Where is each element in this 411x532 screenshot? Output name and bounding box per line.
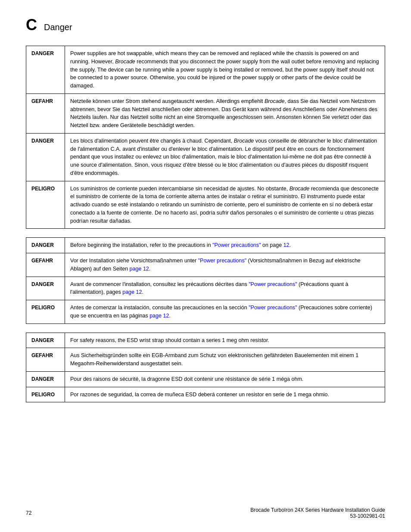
peligro-label: PELIGRO	[26, 181, 65, 229]
danger-table-3: DANGER For safety reasons, the ESD wrist…	[26, 333, 385, 403]
danger-content-t3-2: Pour des raisons de sécurité, la dragonn…	[65, 371, 385, 387]
page-link-2[interactable]: page 12	[130, 266, 149, 272]
power-precautions-link-3[interactable]: "Power precautions"	[249, 281, 297, 287]
gefahr-content-t2: Vor der Installation siehe Vorsichtsmaßn…	[65, 253, 385, 277]
gefahr-content: Netzteile können unter Strom stehend aus…	[65, 93, 385, 133]
table-row: PELIGRO Antes de comenzar la instalación…	[26, 300, 385, 324]
page-container: C Danger DANGER Power supplies are hot s…	[0, 0, 411, 532]
table-row: PELIGRO Los suministros de corriente pue…	[26, 181, 385, 229]
danger-content-t3-1: For safety reasons, the ESD wrist strap …	[65, 333, 385, 348]
table-row: GEFAHR Netzteile können unter Strom steh…	[26, 93, 385, 133]
peligro-label-t3: PELIGRO	[26, 387, 65, 402]
page-link-4[interactable]: page 12	[149, 313, 169, 319]
danger-label-t3-2: DANGER	[26, 371, 65, 387]
danger-label: DANGER	[26, 46, 65, 94]
table-row: DANGER Pour des raisons de sécurité, la …	[26, 371, 385, 387]
power-precautions-link-4[interactable]: "Power precautions"	[249, 305, 297, 311]
gefahr-label-t3: GEFAHR	[26, 348, 65, 372]
table-row: DANGER Power supplies are hot swappable,…	[26, 46, 385, 94]
danger-content: Power supplies are hot swappable, which …	[65, 46, 385, 94]
page-link-1[interactable]: 12	[283, 242, 290, 248]
peligro-label-t2: PELIGRO	[26, 300, 65, 324]
chapter-title: Danger	[44, 22, 72, 32]
table-row: GEFAHR Aus Sicherheitsgründen sollte ein…	[26, 348, 385, 372]
peligro-content-t2: Antes de comenzar la instalación, consul…	[65, 300, 385, 324]
chapter-letter: C	[26, 17, 37, 33]
danger-content-2: Les blocs d'alimentation peuvent être ch…	[65, 133, 385, 181]
gefahr-label-t2: GEFAHR	[26, 253, 65, 277]
page-footer: 72 Brocade TurboIron 24X Series Hardware…	[26, 507, 385, 519]
page-number: 72	[26, 510, 31, 516]
danger-label-t2-1: DANGER	[26, 238, 65, 253]
table-row: GEFAHR Vor der Installation siehe Vorsic…	[26, 253, 385, 277]
page-header: C Danger	[26, 17, 385, 33]
gefahr-content-t3: Aus Sicherheitsgründen sollte ein EGB-Ar…	[65, 348, 385, 372]
table-row: DANGER Les blocs d'alimentation peuvent …	[26, 133, 385, 181]
gefahr-label: GEFAHR	[26, 93, 65, 133]
danger-label-t2-2: DANGER	[26, 277, 65, 300]
page-link-3[interactable]: page 12	[122, 289, 142, 295]
table-row: DANGER For safety reasons, the ESD wrist…	[26, 333, 385, 348]
danger-content-t2-2: Avant de commencer l'installation, consu…	[65, 277, 385, 300]
danger-label-t3-1: DANGER	[26, 333, 65, 348]
table-row: PELIGRO Por razones de seguridad, la cor…	[26, 387, 385, 402]
footer-part-number: 53-1002981-01	[250, 513, 385, 519]
power-precautions-link-2[interactable]: "Power precautions"	[198, 258, 246, 264]
danger-content-t2-1: Before beginning the installation, refer…	[65, 238, 385, 253]
danger-table-1: DANGER Power supplies are hot swappable,…	[26, 46, 385, 229]
power-precautions-link-1[interactable]: "Power precautions"	[212, 242, 261, 248]
table-row: DANGER Avant de commencer l'installation…	[26, 277, 385, 300]
footer-title: Brocade TurboIron 24X Series Hardware In…	[250, 507, 385, 513]
danger-label-2: DANGER	[26, 133, 65, 181]
danger-table-2: DANGER Before beginning the installation…	[26, 237, 385, 324]
table-row: DANGER Before beginning the installation…	[26, 238, 385, 253]
peligro-content-t3: Por razones de seguridad, la correa de m…	[65, 387, 385, 402]
footer-right: Brocade TurboIron 24X Series Hardware In…	[250, 507, 385, 519]
peligro-content: Los suministros de corriente pueden inte…	[65, 181, 385, 229]
